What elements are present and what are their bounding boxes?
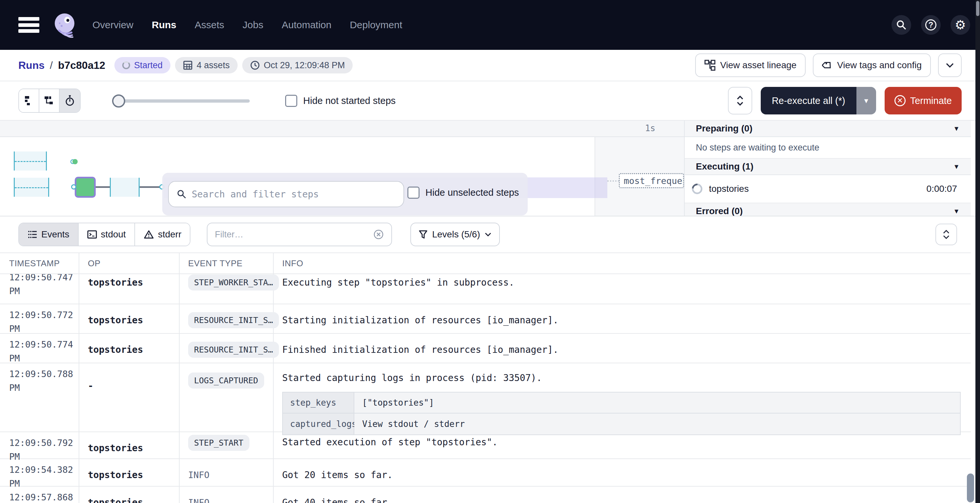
- log-tabs: Events stdout stderr: [18, 223, 191, 246]
- timed-view-button[interactable]: [60, 89, 80, 112]
- axis-tick-1s: 1s: [645, 123, 655, 133]
- slider-track[interactable]: [112, 99, 250, 103]
- search-icon: [896, 19, 907, 30]
- waterfall-view-button[interactable]: [39, 89, 60, 112]
- step-search-input[interactable]: Search and filter steps: [168, 181, 404, 207]
- col-header-info[interactable]: INFO: [273, 258, 971, 269]
- executing-step-row[interactable]: topstories 0:00:07: [685, 175, 971, 203]
- nav-item-assets[interactable]: Assets: [195, 19, 224, 30]
- run-header: Runs / b7c80a12 Started 4 assets Oct 29,…: [0, 50, 980, 81]
- gantt-step-box-running[interactable]: [110, 178, 140, 197]
- header-more-dropdown-button[interactable]: [938, 53, 962, 77]
- gantt-step-box-queued-2[interactable]: [14, 178, 49, 197]
- spinner-icon: [690, 181, 704, 196]
- gear-icon: ⚙: [955, 19, 966, 31]
- event-metadata-table: step_keys ["topstories"] captured_logs V…: [282, 392, 961, 435]
- checkbox-unchecked[interactable]: [407, 186, 420, 199]
- breadcrumb-separator: /: [50, 59, 53, 72]
- terminate-button[interactable]: ✕ Terminate: [885, 87, 962, 115]
- expand-log-panel-button[interactable]: [935, 224, 957, 245]
- waterfall-icon: [44, 95, 55, 106]
- tab-stdout[interactable]: stdout: [79, 223, 135, 245]
- zoom-slider[interactable]: [112, 89, 250, 113]
- search-button[interactable]: [891, 15, 911, 35]
- tab-events[interactable]: Events: [19, 223, 79, 245]
- page-scrollbar-track[interactable]: [975, 0, 980, 503]
- status-badge[interactable]: Started: [115, 57, 170, 73]
- tab-stderr[interactable]: stderr: [135, 223, 190, 245]
- flat-view-button[interactable]: [19, 89, 39, 112]
- gantt-search-overlay: Search and filter steps Hide unselected …: [162, 173, 528, 215]
- reexecute-split-button: Re-execute all (*) ▾: [761, 87, 876, 115]
- breadcrumb: Runs / b7c80a12: [18, 59, 105, 72]
- step-elapsed-time: 0:00:07: [927, 184, 957, 194]
- reexecute-all-button[interactable]: Re-execute all (*): [761, 87, 856, 115]
- col-header-event-type[interactable]: EVENT TYPE: [179, 258, 273, 269]
- settings-button[interactable]: ⚙: [950, 15, 970, 35]
- breadcrumb-runs-link[interactable]: Runs: [18, 59, 45, 72]
- terminal-icon: [87, 230, 97, 239]
- col-header-timestamp[interactable]: TIMESTAMP: [0, 258, 79, 269]
- gantt-step-box-most-frequent[interactable]: most_frequent_: [619, 173, 684, 188]
- event-type-badge: RESOURCE_INIT_S…: [188, 342, 279, 358]
- dagster-run-page: Overview Runs Assets Jobs Automation Dep…: [0, 0, 980, 503]
- hide-not-started-checkbox[interactable]: Hide not started steps: [285, 95, 396, 107]
- col-header-op[interactable]: OP: [79, 258, 179, 269]
- event-type-badge: STEP_START: [188, 435, 250, 451]
- assets-badge[interactable]: 4 assets: [175, 57, 238, 73]
- flat-list-icon: [24, 95, 34, 106]
- funnel-icon: [419, 230, 427, 239]
- help-button[interactable]: ?: [921, 15, 941, 35]
- gantt-step-box-topstories-selected[interactable]: [75, 177, 96, 198]
- log-row[interactable]: 12:09:50.772PM topstories RESOURCE_INIT_…: [0, 304, 971, 334]
- nav-item-jobs[interactable]: Jobs: [243, 19, 263, 30]
- hide-unselected-checkbox[interactable]: Hide unselected steps: [407, 186, 519, 199]
- page-scrollbar-thumb[interactable]: [976, 1, 979, 16]
- nav-item-runs[interactable]: Runs: [152, 19, 177, 30]
- view-asset-lineage-button[interactable]: View asset lineage: [695, 53, 806, 77]
- warning-triangle-icon: [143, 230, 154, 239]
- gantt-step-dot[interactable]: [70, 159, 79, 165]
- nav-item-overview[interactable]: Overview: [92, 19, 134, 30]
- start-time-badge: Oct 29, 12:09:48 PM: [242, 57, 353, 73]
- log-row[interactable]: 12:09:57.868PM topstories INFO Got 40 it…: [0, 487, 971, 503]
- panel-section-executing[interactable]: Executing (1) ▼: [685, 159, 971, 175]
- log-row[interactable]: 12:09:54.382PM topstories INFO Got 20 it…: [0, 459, 971, 487]
- dagster-logo-icon[interactable]: [52, 11, 79, 38]
- spinner-icon: [122, 61, 130, 69]
- terminate-x-icon: ✕: [894, 95, 905, 106]
- gantt-step-box-queued-1[interactable]: [14, 151, 47, 170]
- levels-dropdown[interactable]: Levels (5/6): [410, 223, 500, 246]
- step-state-panel: Preparing (0) ▼ No steps are waiting to …: [684, 121, 971, 216]
- preparing-empty-row: No steps are waiting to execute: [685, 137, 971, 159]
- log-row[interactable]: 12:09:50.792PM topstories STEP_START Sta…: [0, 432, 971, 459]
- reexecute-dropdown-button[interactable]: ▾: [856, 87, 876, 115]
- panel-section-errored[interactable]: Errored (0) ▼: [685, 203, 971, 216]
- search-icon: [177, 189, 186, 199]
- checkbox-unchecked[interactable]: [285, 95, 297, 107]
- gantt-chart: 1s Search and filter steps: [0, 121, 980, 216]
- view-stdout-stderr-link[interactable]: View stdout / stderr: [354, 414, 960, 435]
- chevron-down-icon: ▼: [953, 208, 960, 215]
- event-type-badge: LOGS_CAPTURED: [188, 372, 264, 388]
- nav-item-deployment[interactable]: Deployment: [350, 19, 402, 30]
- view-tags-config-button[interactable]: View tags and config: [813, 53, 931, 77]
- assets-grid-icon: [183, 60, 193, 70]
- nav-item-automation[interactable]: Automation: [282, 19, 331, 30]
- log-row[interactable]: 12:09:50.788PM - LOGS_CAPTURED Started c…: [0, 363, 971, 432]
- lineage-icon: [704, 60, 716, 71]
- log-scrollbar-thumb[interactable]: [967, 473, 974, 502]
- view-mode-toggle: [18, 89, 81, 113]
- hamburger-menu-icon[interactable]: [18, 17, 39, 33]
- chevron-down-icon: [485, 232, 491, 237]
- log-row[interactable]: 12:09:50.774PM topstories RESOURCE_INIT_…: [0, 334, 971, 363]
- row-height-toggle-button[interactable]: [728, 87, 752, 115]
- log-row[interactable]: 12:09:50.747PM topstories STEP_WORKER_ST…: [0, 274, 971, 304]
- up-down-chevrons-icon: [736, 95, 744, 106]
- chevron-down-icon: ▼: [953, 163, 960, 170]
- slider-handle[interactable]: [112, 94, 125, 108]
- event-type-text: INFO: [188, 497, 210, 503]
- clear-filter-icon[interactable]: [373, 229, 384, 240]
- panel-section-preparing[interactable]: Preparing (0) ▼: [685, 121, 971, 137]
- log-filter-input[interactable]: Filter…: [207, 223, 392, 246]
